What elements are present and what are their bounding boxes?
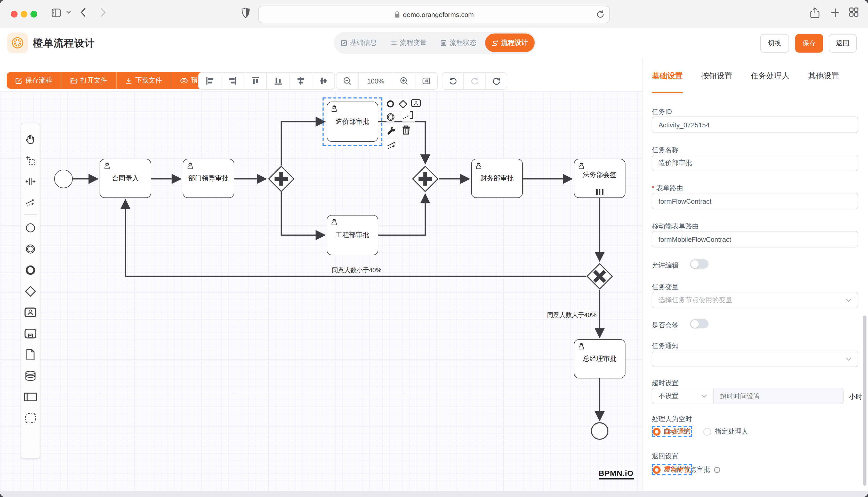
tab-task-assignee[interactable]: 任务处理人 <box>751 58 789 93</box>
task-notify-label: 任务通知 <box>652 341 679 351</box>
task-label: 部门领导审批 <box>188 174 229 183</box>
lock-icon <box>394 11 400 18</box>
page-title: 橙单流程设计 <box>33 37 95 50</box>
tab-button-settings[interactable]: 按钮设置 <box>701 58 732 93</box>
browser-toolbar: demo.orangeforms.com <box>0 0 868 28</box>
user-task-icon <box>186 162 194 170</box>
countersign-label: 是否会签 <box>652 321 679 330</box>
exclusive-gateway[interactable] <box>586 263 613 290</box>
countersign-toggle[interactable] <box>690 319 708 328</box>
bpmn-canvas[interactable]: 保存流程 打开文件 下载文件 预览 <box>0 58 642 491</box>
start-event[interactable] <box>54 170 73 188</box>
selection-outline <box>322 97 382 146</box>
properties-panel: 基础设置 按钮设置 任务处理人 其他设置 任务ID 任务名称 表单路由 移动端表… <box>642 58 868 491</box>
tab-flow-status[interactable]: 流程状态 <box>433 32 483 54</box>
task-dept-leader-approval[interactable]: 部门领导审批 <box>183 159 234 198</box>
parallel-gateway-join[interactable] <box>412 166 439 192</box>
reload-icon[interactable] <box>596 10 604 18</box>
minimize-window-button[interactable] <box>20 11 27 17</box>
radio-re-approve[interactable]: 重新审批 <box>652 464 692 475</box>
user-task-icon <box>475 162 483 170</box>
end-event[interactable] <box>591 422 608 440</box>
task-variables-select[interactable]: 选择任务节点使用的变量 <box>652 292 858 308</box>
context-append-gateway-icon[interactable] <box>398 99 408 109</box>
form-route-input[interactable] <box>652 193 858 209</box>
window-bottom-edge <box>0 491 868 497</box>
user-task-icon <box>330 218 338 226</box>
timeout-unit-label: 小时 <box>849 392 862 402</box>
task-label: 总经理审批 <box>583 354 617 364</box>
zoom-window-button[interactable] <box>30 11 37 17</box>
panel-tabs: 基础设置 按钮设置 任务处理人 其他设置 <box>643 58 868 94</box>
context-append-user-task-icon[interactable] <box>410 98 421 108</box>
tab-flow-design[interactable]: 流程设计 <box>485 33 535 52</box>
task-label: 财务部审批 <box>480 174 514 183</box>
context-delete-icon[interactable] <box>400 124 411 136</box>
timeout-hours-input[interactable] <box>713 388 844 404</box>
task-label: 工程部审批 <box>336 230 369 240</box>
task-finance-dept-approval[interactable]: 财务部审批 <box>471 159 523 198</box>
save-button[interactable]: 保存 <box>795 34 823 53</box>
tab-basic-settings[interactable]: 基础设置 <box>652 58 683 93</box>
tab-overview-icon[interactable] <box>849 7 859 17</box>
edge-label-lt40[interactable]: 同意人数小于40% <box>310 266 403 275</box>
mobile-form-route-input[interactable] <box>652 231 858 247</box>
task-variables-label: 任务变量 <box>652 283 679 292</box>
chevron-down-icon <box>846 298 852 302</box>
user-task-icon <box>103 162 111 170</box>
bpmn-io-watermark[interactable]: BPMN.iO <box>598 469 633 480</box>
context-connect-icon[interactable] <box>386 139 398 151</box>
close-window-button[interactable] <box>11 11 17 17</box>
edge-label-gt40[interactable]: 同意人数大于40% <box>527 311 596 320</box>
tab-flow-variables[interactable]: 流程变量 <box>384 32 433 54</box>
chevron-down-icon <box>846 357 852 361</box>
back-button[interactable] <box>80 7 86 17</box>
chevron-down-icon[interactable] <box>66 10 71 14</box>
task-name-input[interactable] <box>652 155 858 171</box>
task-general-manager-approval[interactable]: 总经理审批 <box>574 339 625 379</box>
allow-edit-label: 允许编辑 <box>652 261 679 270</box>
tab-other-settings[interactable]: 其他设置 <box>808 58 839 93</box>
app-header: 橙单流程设计 基础信息 流程变量 流程状态 流程设计 切换 保存 返回 <box>0 28 868 58</box>
forward-button[interactable] <box>100 7 106 17</box>
context-append-end-event-icon[interactable] <box>385 99 395 109</box>
app-logo <box>7 32 28 53</box>
context-append-intermediate-event-icon[interactable] <box>385 112 395 122</box>
task-label: 合同录入 <box>112 174 139 183</box>
task-notify-select[interactable] <box>652 351 858 367</box>
task-label: 法务部会签 <box>583 170 617 180</box>
address-bar[interactable]: demo.orangeforms.com <box>258 6 610 23</box>
return-button[interactable]: 返回 <box>829 34 857 53</box>
info-icon <box>714 466 720 473</box>
timeout-mode-value: 不设置 <box>659 391 679 401</box>
reject-setting-label: 退回设置 <box>652 452 679 461</box>
task-legal-dept-countersign[interactable]: 法务部会签 <box>574 159 625 198</box>
parallel-gateway-split[interactable] <box>268 166 295 192</box>
screen: demo.orangeforms.com 橙单流程设计 基础信息 <box>0 0 868 497</box>
switch-button[interactable]: 切换 <box>760 34 789 53</box>
mobile-form-route-label: 移动端表单路由 <box>652 222 699 231</box>
panel-scrollbar[interactable] <box>863 315 866 486</box>
radio-auto-approve[interactable]: 自动通过 <box>652 426 692 437</box>
context-wrench-icon[interactable] <box>386 125 397 136</box>
timeout-label: 超时设置 <box>652 379 679 388</box>
chevron-down-icon <box>701 394 707 398</box>
task-contract-entry[interactable]: 合同录入 <box>100 159 151 198</box>
assignee-empty-label: 处理人为空时 <box>652 414 692 424</box>
sidebar-icon[interactable] <box>51 7 62 18</box>
timeout-mode-select[interactable]: 不设置 <box>652 388 714 404</box>
allow-edit-toggle[interactable] <box>690 259 708 269</box>
user-task-icon <box>577 162 585 170</box>
assignee-empty-options: 自动通过 自动拒绝 指定处理人 <box>652 427 748 436</box>
reject-setting-options: 重新审批 从当前节点审批 <box>652 465 720 474</box>
context-append-annotation-icon[interactable] <box>402 110 415 122</box>
task-id-input[interactable] <box>652 116 858 133</box>
shield-icon[interactable] <box>242 7 250 18</box>
multi-instance-marker <box>596 189 603 195</box>
radio-assign-handler[interactable]: 指定处理人 <box>703 427 748 436</box>
task-engineering-dept-approval[interactable]: 工程部审批 <box>327 215 378 255</box>
tab-basic-info[interactable]: 基础信息 <box>334 32 384 54</box>
share-icon[interactable] <box>810 7 819 18</box>
new-tab-icon[interactable] <box>830 8 840 17</box>
browser-window: demo.orangeforms.com 橙单流程设计 基础信息 <box>0 0 868 497</box>
